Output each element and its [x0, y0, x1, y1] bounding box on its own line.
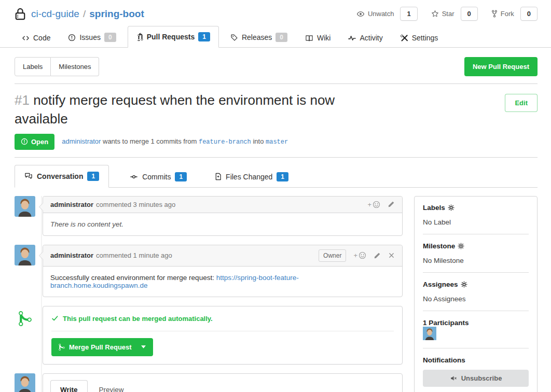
smiley-icon — [359, 251, 366, 259]
pull-request-page: ci-cd-guide / spring-boot Unwatch 1 Star… — [0, 0, 551, 392]
pr-title-row: Edit #1 notify merge request when the en… — [15, 91, 538, 129]
tab-commits[interactable]: Commits 1 — [122, 166, 194, 187]
comment: administrator commented 3 minutes ago + — [15, 196, 403, 236]
fork-group: Fork 0 — [487, 7, 538, 21]
comment-bubble: administrator commented 3 minutes ago + — [43, 196, 403, 236]
fork-count[interactable]: 0 — [520, 7, 538, 21]
watch-count[interactable]: 1 — [400, 7, 417, 21]
notifications-title: Notifications — [423, 356, 465, 364]
sidebar-milestone: Milestone No Milestone — [423, 242, 529, 264]
file-diff-icon — [215, 173, 222, 180]
comment-actions: Owner + — [319, 249, 395, 262]
fork-icon — [491, 10, 498, 18]
pulls-count-badge: 1 — [198, 32, 210, 41]
author-link[interactable]: administrator — [62, 137, 101, 145]
comment-author-link[interactable]: administrator — [50, 201, 93, 208]
plus-icon: + — [353, 251, 357, 259]
plus-icon: + — [367, 201, 371, 208]
tab-settings[interactable]: Settings — [394, 29, 445, 47]
comment-body: There is no content yet. — [43, 213, 402, 235]
sidebar-divider — [423, 311, 529, 311]
assignees-settings-button[interactable] — [461, 281, 467, 288]
milestones-button[interactable]: Milestones — [51, 57, 99, 76]
edit-comment-button[interactable] — [374, 252, 381, 259]
chevron-down-icon — [141, 345, 146, 348]
add-reaction-button[interactable]: + — [353, 251, 366, 259]
merge-box: This pull request can be merged automati… — [43, 306, 403, 365]
labels-empty-text: No Label — [423, 218, 529, 226]
comment-form-box: Write Preview — [43, 373, 403, 392]
milestone-title: Milestone — [423, 242, 455, 250]
gear-icon — [448, 204, 454, 211]
participant-avatar[interactable] — [423, 327, 529, 340]
mute-icon — [450, 375, 458, 382]
user-avatar[interactable] — [15, 196, 35, 217]
labels-settings-button[interactable] — [448, 204, 454, 211]
pr-view-tabs: Conversation 1 Commits 1 Files Changed 1 — [15, 165, 538, 188]
assignees-empty-text: No Assignees — [423, 295, 529, 303]
tab-code[interactable]: Code — [16, 29, 57, 47]
tab-conversation[interactable]: Conversation 1 — [15, 165, 109, 188]
repo-header: ci-cd-guide / spring-boot Unwatch 1 Star… — [0, 0, 551, 21]
issues-count-badge: 0 — [104, 33, 116, 42]
delete-comment-button[interactable] — [388, 252, 395, 259]
pr-title-text: notify merge request when the environmen… — [15, 92, 335, 127]
comment: administrator commented 1 minute ago Own… — [15, 245, 403, 297]
labels-title: Labels — [423, 204, 445, 212]
tab-preview[interactable]: Preview — [90, 381, 133, 392]
participants-title: 1 Participants — [423, 319, 469, 327]
tag-icon — [230, 34, 238, 41]
repo-name-link[interactable]: spring-boot — [89, 8, 144, 20]
target-branch-link[interactable]: master — [266, 138, 288, 146]
tools-icon — [401, 34, 408, 42]
labels-button[interactable]: Labels — [15, 57, 51, 76]
comment-author-link[interactable]: administrator — [50, 251, 93, 259]
section-divider — [15, 83, 538, 84]
sidebar-assignees: Assignees No Assignees — [423, 281, 529, 303]
commits-count-badge: 1 — [175, 172, 187, 181]
unwatch-button[interactable]: Unwatch — [352, 7, 398, 21]
merge-icon-column — [15, 306, 35, 365]
issue-opened-icon — [68, 34, 76, 41]
sidebar-divider — [423, 234, 529, 234]
user-avatar[interactable] — [15, 373, 35, 392]
milestone-settings-button[interactable] — [458, 243, 464, 249]
tab-pull-requests[interactable]: Pull Requests 1 — [128, 26, 219, 48]
tab-write[interactable]: Write — [50, 380, 88, 392]
pencil-icon — [388, 201, 395, 208]
merge-status: This pull request can be merged automati… — [43, 306, 402, 331]
edit-title-button[interactable]: Edit — [505, 94, 538, 112]
repo-owner-link[interactable]: ci-cd-guide — [31, 8, 79, 20]
user-avatar[interactable] — [15, 245, 35, 265]
star-count[interactable]: 0 — [461, 7, 478, 21]
code-icon — [22, 34, 30, 42]
star-button[interactable]: Star — [427, 7, 459, 20]
pr-title: #1 notify merge request when the environ… — [15, 91, 388, 129]
git-commit-icon — [130, 173, 138, 180]
tab-wiki[interactable]: Wiki — [299, 29, 337, 47]
tab-releases[interactable]: Releases 0 — [224, 27, 294, 47]
issue-opened-icon — [21, 138, 28, 145]
fork-button[interactable]: Fork — [487, 7, 518, 20]
close-icon — [388, 252, 395, 259]
breadcrumb-separator: / — [83, 8, 86, 20]
section-divider — [15, 157, 538, 158]
new-pull-request-button[interactable]: New Pull Request — [464, 57, 538, 76]
tab-files-changed[interactable]: Files Changed 1 — [208, 166, 296, 187]
unsubscribe-button[interactable]: Unsubscribe — [423, 370, 529, 387]
comment-header: administrator commented 3 minutes ago + — [43, 197, 402, 213]
tab-activity[interactable]: Activity — [342, 29, 389, 47]
sidebar-divider — [423, 272, 529, 273]
repo-tab-bar: Code Issues 0 Pull Requests 1 Releases 0… — [0, 26, 551, 48]
pr-meta-row: Open administrator wants to merge 1 comm… — [15, 134, 538, 150]
edit-comment-button[interactable] — [388, 201, 395, 208]
comment-form: Write Preview — [15, 373, 403, 392]
pr-toolbar: Labels Milestones New Pull Request — [15, 57, 538, 76]
add-reaction-button[interactable]: + — [367, 201, 380, 208]
source-branch-link[interactable]: feature-branch — [199, 138, 251, 146]
pr-sidebar: Labels No Label Milestone No Milestone — [414, 196, 538, 392]
merge-pull-request-button[interactable]: Merge Pull Request — [51, 338, 153, 356]
tab-issues[interactable]: Issues 0 — [62, 27, 122, 47]
merge-actions: Merge Pull Request — [43, 331, 402, 364]
pr-number: #1 — [15, 92, 30, 108]
